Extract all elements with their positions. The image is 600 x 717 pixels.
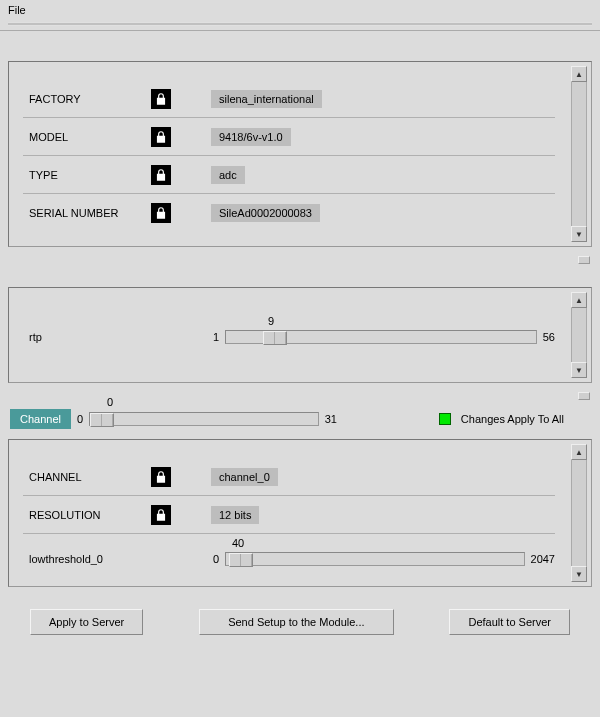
splitter-handle[interactable]: [0, 255, 600, 263]
lock-icon: [151, 203, 171, 223]
scroll-track[interactable]: [571, 460, 587, 566]
value-resolution: 12 bits: [211, 506, 259, 524]
rtp-slider[interactable]: 1 9 56: [213, 330, 555, 344]
splitter-handle[interactable]: [0, 391, 600, 399]
button-bar: Apply to Server Send Setup to the Module…: [0, 595, 600, 655]
label-lowthreshold: lowthreshold_0: [23, 553, 213, 565]
lowthreshold-max: 2047: [531, 553, 555, 565]
channel-selector-row: Channel 0 0 31 Changes Apply To All: [10, 409, 590, 429]
scroll-down-icon[interactable]: ▼: [571, 226, 587, 242]
channel-max: 31: [325, 413, 337, 425]
value-factory: silena_international: [211, 90, 322, 108]
channel-badge: Channel: [10, 409, 71, 429]
lowthreshold-value-label: 40: [232, 537, 244, 549]
lock-icon: [151, 89, 171, 109]
label-resolution: RESOLUTION: [23, 509, 151, 521]
scroll-down-icon[interactable]: ▼: [571, 566, 587, 582]
lowthreshold-min: 0: [213, 553, 219, 565]
lowthreshold-row: lowthreshold_0 0 40 2047: [23, 534, 555, 572]
menu-file[interactable]: File: [8, 4, 26, 16]
channel-props-panel: CHANNEL channel_0 RESOLUTION 12 bits low…: [8, 439, 592, 587]
lock-icon: [151, 467, 171, 487]
value-serial: SileAd0002000083: [211, 204, 320, 222]
scrollbar[interactable]: ▲ ▼: [571, 444, 587, 582]
rtp-value-label: 9: [268, 315, 274, 327]
led-icon: [439, 413, 451, 425]
lock-icon: [151, 505, 171, 525]
scrollbar[interactable]: ▲ ▼: [571, 66, 587, 242]
label-serial: SERIAL NUMBER: [23, 207, 151, 219]
lowthreshold-thumb[interactable]: [229, 553, 253, 567]
scroll-track[interactable]: [571, 82, 587, 226]
field-resolution: RESOLUTION 12 bits: [23, 496, 555, 534]
scroll-up-icon[interactable]: ▲: [571, 292, 587, 308]
label-model: MODEL: [23, 131, 151, 143]
field-channel: CHANNEL channel_0: [23, 458, 555, 496]
lock-icon: [151, 127, 171, 147]
scroll-up-icon[interactable]: ▲: [571, 444, 587, 460]
label-rtp: rtp: [23, 331, 213, 343]
scrollbar[interactable]: ▲ ▼: [571, 292, 587, 378]
default-to-server-button[interactable]: Default to Server: [449, 609, 570, 635]
channel-value-label: 0: [107, 396, 113, 408]
lowthreshold-slider[interactable]: 0 40 2047: [213, 552, 555, 566]
channel-slider[interactable]: 0 0 31: [77, 412, 337, 426]
menubar: File: [0, 0, 600, 31]
label-type: TYPE: [23, 169, 151, 181]
channel-min: 0: [77, 413, 83, 425]
rtp-row: rtp 1 9 56: [23, 318, 555, 356]
menubar-divider: [8, 22, 592, 26]
apply-all-label: Changes Apply To All: [461, 413, 564, 425]
rtp-track[interactable]: 9: [225, 330, 537, 344]
scroll-down-icon[interactable]: ▼: [571, 362, 587, 378]
value-type: adc: [211, 166, 245, 184]
scroll-track[interactable]: [571, 308, 587, 362]
channel-thumb[interactable]: [90, 413, 114, 427]
apply-to-server-button[interactable]: Apply to Server: [30, 609, 143, 635]
value-channel: channel_0: [211, 468, 278, 486]
label-channel: CHANNEL: [23, 471, 151, 483]
device-info-panel: FACTORY silena_international MODEL 9418/…: [8, 61, 592, 247]
rtp-panel: rtp 1 9 56 ▲ ▼: [8, 287, 592, 383]
field-model: MODEL 9418/6v-v1.0: [23, 118, 555, 156]
rtp-min: 1: [213, 331, 219, 343]
rtp-max: 56: [543, 331, 555, 343]
channel-track[interactable]: [89, 412, 319, 426]
label-factory: FACTORY: [23, 93, 151, 105]
scroll-up-icon[interactable]: ▲: [571, 66, 587, 82]
field-type: TYPE adc: [23, 156, 555, 194]
send-setup-button[interactable]: Send Setup to the Module...: [199, 609, 393, 635]
field-factory: FACTORY silena_international: [23, 80, 555, 118]
rtp-thumb[interactable]: [263, 331, 287, 345]
lowthreshold-track[interactable]: 40: [225, 552, 524, 566]
field-serial: SERIAL NUMBER SileAd0002000083: [23, 194, 555, 232]
lock-icon: [151, 165, 171, 185]
value-model: 9418/6v-v1.0: [211, 128, 291, 146]
